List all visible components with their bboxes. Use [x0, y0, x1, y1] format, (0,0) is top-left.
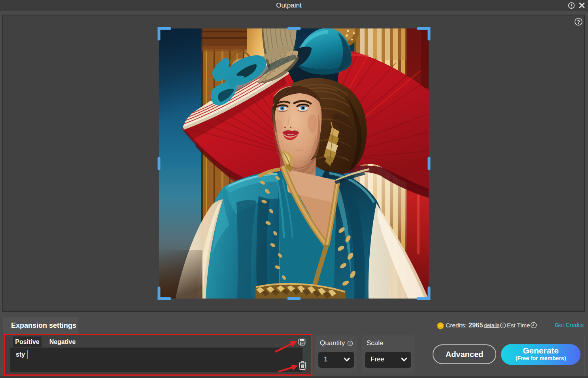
svg-text:?: ?	[577, 19, 580, 25]
